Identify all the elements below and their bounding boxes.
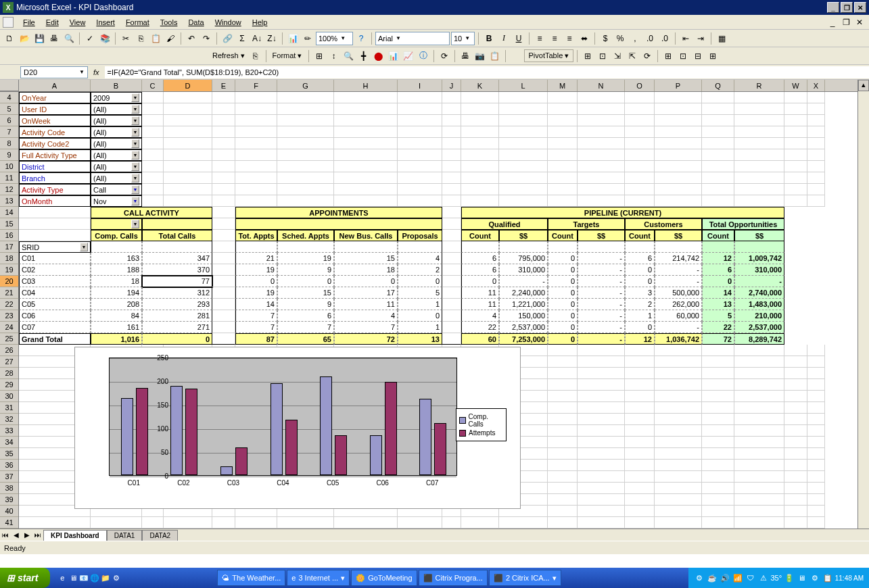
ql-icon-3[interactable]: 📧 [78, 572, 89, 583]
data-cc-C01[interactable]: 6 [625, 253, 655, 264]
font-size-dropdown[interactable]: 10▼ [451, 32, 475, 45]
data-tot-C01[interactable]: 21 [235, 253, 277, 264]
data-nb-C01[interactable]: 15 [334, 253, 398, 264]
align-right-icon[interactable]: ≡ [563, 32, 576, 45]
first-sheet-button[interactable]: ⏮ [0, 530, 11, 541]
task-gotomeeting[interactable]: 🌼 GoToMeeting [351, 570, 417, 586]
tot-appts-header[interactable]: Tot. Appts [235, 230, 277, 241]
gt-cc[interactable]: 12 [625, 333, 655, 345]
col-header-G[interactable]: G [277, 80, 334, 91]
data-cd-C03[interactable]: - [655, 276, 702, 287]
sub-header-7[interactable]: $$ [734, 230, 784, 241]
doc-minimize-button[interactable]: _ [826, 16, 839, 29]
filter-ActivityCode[interactable]: Activity Code [19, 126, 91, 138]
filter-dropdown-icon[interactable]: ▼ [131, 162, 139, 171]
spelling-icon[interactable]: ✓ [83, 32, 97, 45]
row-header-5[interactable]: 5 [0, 103, 18, 115]
data-od-C07[interactable]: 2,537,000 [734, 322, 784, 333]
srid-dropdown-icon[interactable]: ▼ [80, 243, 88, 251]
font-name-dropdown[interactable]: Arial▼ [375, 32, 450, 45]
tb-icon-8[interactable]: ⓘ [417, 49, 430, 63]
filter-ActivityType[interactable]: Activity Type [19, 184, 91, 195]
worksheet[interactable]: ABCDEFGHIJKLMNOPQRWX 4567891011121314151… [0, 80, 869, 529]
data-qd-C07[interactable]: 2,537,000 [499, 322, 548, 333]
filter-value-FullActivityType[interactable]: (All)▼ [91, 149, 142, 161]
pt-icon-8[interactable]: ⊟ [691, 49, 705, 63]
col-header-F[interactable]: F [235, 80, 277, 91]
row-header-14[interactable]: 14 [0, 207, 18, 218]
sheet-tab-kpi[interactable]: KPI Dashboard [43, 530, 107, 541]
col-header-H[interactable]: H [334, 80, 398, 91]
menu-file[interactable]: File [18, 17, 41, 28]
filter-dropdown-icon[interactable]: ▼ [131, 105, 139, 114]
gt-comp[interactable]: 1,016 [91, 333, 142, 345]
data-qc-C04[interactable]: 11 [461, 287, 499, 299]
col-header-A[interactable]: A [19, 80, 91, 91]
data-qd-C05[interactable]: 1,221,000 [499, 299, 548, 310]
call-activity-header[interactable]: CALL ACTIVITY [91, 207, 212, 218]
data-td-C01[interactable]: - [578, 253, 625, 264]
merge-center-icon[interactable]: ⬌ [578, 32, 591, 45]
close-button[interactable]: ✕ [854, 2, 866, 13]
zoom-dropdown[interactable]: 100%▼ [316, 32, 353, 45]
copy-icon[interactable]: ⎘ [134, 32, 147, 45]
dropdown-icon[interactable]: ▼ [131, 220, 139, 228]
sub-header-2[interactable]: Count [548, 230, 578, 241]
data-od-C06[interactable]: 210,000 [734, 310, 784, 322]
tray-icon[interactable]: 🔊 [720, 572, 730, 583]
pt-icon-9[interactable]: ⊞ [706, 49, 720, 63]
gt-cd[interactable]: 1,036,742 [655, 333, 702, 345]
tray-icon[interactable]: ⚠ [758, 572, 769, 583]
data-total-C01[interactable]: 347 [142, 253, 212, 264]
chart-wizard-icon[interactable]: 📊 [286, 32, 300, 45]
data-nb-C05[interactable]: 11 [334, 299, 398, 310]
data-tc-C04[interactable]: 0 [548, 287, 578, 299]
pivot-table-dropdown[interactable]: PivotTable ▾ [524, 49, 574, 62]
col-header-R[interactable]: R [734, 80, 784, 91]
gt-nb[interactable]: 72 [334, 333, 398, 345]
row-header-13[interactable]: 13 [0, 195, 18, 207]
data-tc-C03[interactable]: 0 [548, 276, 578, 287]
filter-value-ActivityType[interactable]: Call▼ [91, 184, 142, 195]
data-tc-C01[interactable]: 0 [548, 253, 578, 264]
data-total-C03[interactable]: 77 [142, 276, 212, 287]
data-prop-C07[interactable]: 1 [398, 322, 442, 333]
tb-icon-9[interactable]: ⟳ [438, 49, 451, 63]
comma-icon[interactable]: , [628, 32, 642, 45]
data-total-C07[interactable]: 271 [142, 322, 212, 333]
next-sheet-button[interactable]: ▶ [22, 530, 32, 541]
data-oc-C04[interactable]: 14 [702, 287, 734, 299]
tray-icon[interactable]: ⚙ [809, 572, 820, 583]
filter-value-Branch[interactable]: (All)▼ [91, 172, 142, 184]
sub-header-0[interactable]: Count [461, 230, 499, 241]
underline-button[interactable]: U [512, 32, 525, 45]
data-nb-C02[interactable]: 18 [334, 264, 398, 276]
prev-sheet-button[interactable]: ◀ [11, 530, 22, 541]
sub-header-4[interactable]: Count [625, 230, 655, 241]
filter-dropdown-icon[interactable]: ▼ [131, 151, 139, 160]
filter-value-ActivityCode2[interactable]: (All)▼ [91, 138, 142, 149]
tray-icon[interactable]: 📋 [822, 572, 833, 583]
menu-format[interactable]: Format [120, 17, 155, 28]
decrease-indent-icon[interactable]: ⇤ [679, 32, 692, 45]
data-oc-C02[interactable]: 6 [702, 264, 734, 276]
vertical-scrollbar[interactable]: ▴ [858, 80, 869, 529]
data-cd-C06[interactable]: 60,000 [655, 310, 702, 322]
data-id-C01[interactable]: C01 [19, 253, 91, 264]
data-qd-C06[interactable]: 150,000 [499, 310, 548, 322]
data-cd-C05[interactable]: 262,000 [655, 299, 702, 310]
increase-indent-icon[interactable]: ⇥ [694, 32, 707, 45]
pt-icon-2[interactable]: ⊡ [596, 49, 609, 63]
data-td-C07[interactable]: - [578, 322, 625, 333]
data-prop-C02[interactable]: 2 [398, 264, 442, 276]
data-td-C04[interactable]: - [578, 287, 625, 299]
open-icon[interactable]: 📂 [18, 32, 31, 45]
row-header-41[interactable]: 41 [0, 517, 18, 529]
filter-UserID[interactable]: User ID [19, 103, 91, 115]
autosum-icon[interactable]: Σ [235, 32, 249, 45]
data-cc-C04[interactable]: 3 [625, 287, 655, 299]
filter-dropdown-icon[interactable]: ▼ [131, 185, 139, 194]
row-header-38[interactable]: 38 [0, 483, 18, 494]
row-header-21[interactable]: 21 [0, 287, 18, 299]
hyperlink-icon[interactable]: 🔗 [220, 32, 234, 45]
